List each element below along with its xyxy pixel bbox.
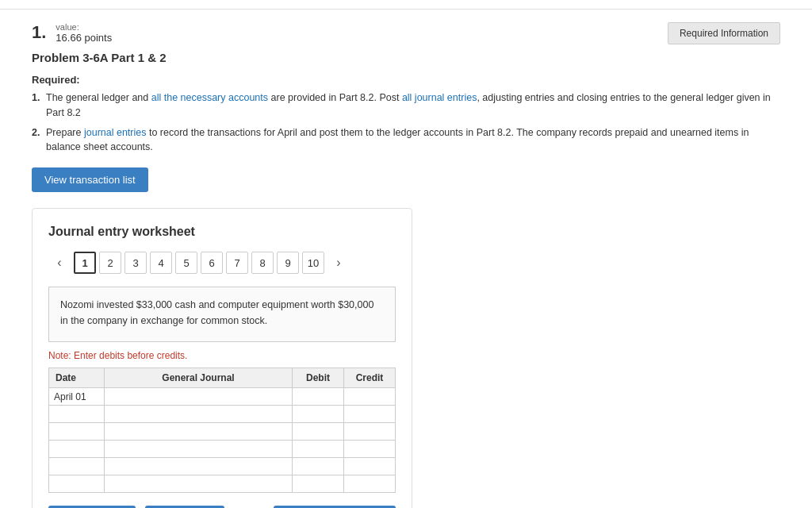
points-value: 16.66 points bbox=[56, 32, 112, 44]
row5-debit-input[interactable] bbox=[296, 460, 340, 473]
question-number: 1. bbox=[32, 22, 46, 43]
row2-debit-cell bbox=[293, 406, 344, 423]
row3-date bbox=[49, 423, 105, 441]
row3-journal-cell bbox=[105, 423, 293, 441]
content-area: Problem 3-6A Part 1 & 2 Required: 1. The… bbox=[0, 51, 812, 508]
row5-date bbox=[49, 458, 105, 475]
row5-journal-cell bbox=[105, 458, 293, 475]
row2-journal-cell bbox=[105, 406, 293, 423]
table-row bbox=[49, 423, 396, 441]
page-btn-3[interactable]: 3 bbox=[124, 252, 147, 274]
row5-debit-cell bbox=[293, 458, 344, 475]
pagination: ‹ 1 2 3 4 5 6 7 8 9 10 › bbox=[48, 252, 396, 274]
journal-table: Date General Journal Debit Credit April … bbox=[48, 368, 396, 493]
table-row bbox=[49, 475, 396, 493]
required-item-1: 1. The general ledger and all the necess… bbox=[32, 90, 780, 121]
page-btn-8[interactable]: 8 bbox=[251, 252, 274, 274]
row1-credit-cell bbox=[344, 388, 396, 406]
question-meta: value: 16.66 points bbox=[56, 22, 112, 44]
top-bar bbox=[0, 0, 812, 10]
row6-date bbox=[49, 475, 105, 493]
worksheet-title: Journal entry worksheet bbox=[48, 225, 396, 239]
row4-credit-cell bbox=[344, 441, 396, 458]
row6-debit-cell bbox=[293, 475, 344, 493]
page-btn-7[interactable]: 7 bbox=[226, 252, 248, 274]
prev-page-button[interactable]: ‹ bbox=[48, 252, 71, 274]
row6-credit-input[interactable] bbox=[347, 478, 392, 491]
col-header-journal: General Journal bbox=[105, 368, 293, 388]
row5-credit-input[interactable] bbox=[347, 460, 392, 473]
req-text-1: The general ledger and all the necessary… bbox=[46, 90, 780, 121]
col-header-credit: Credit bbox=[344, 368, 396, 388]
req-text-2: Prepare journal entries to record the tr… bbox=[46, 125, 780, 156]
table-row: April 01 bbox=[49, 388, 396, 406]
row1-debit-input[interactable] bbox=[296, 391, 340, 403]
transaction-description: Nozomi invested $33,000 cash and compute… bbox=[48, 287, 396, 342]
page-btn-5[interactable]: 5 bbox=[175, 252, 197, 274]
row4-credit-input[interactable] bbox=[347, 443, 392, 456]
page-btn-2[interactable]: 2 bbox=[99, 252, 121, 274]
header-row: 1. value: 16.66 points Required Informat… bbox=[0, 10, 812, 51]
row5-journal-input[interactable] bbox=[108, 460, 289, 473]
page-btn-10[interactable]: 10 bbox=[302, 252, 324, 274]
row6-journal-cell bbox=[105, 475, 293, 493]
row3-journal-input[interactable] bbox=[108, 425, 289, 438]
table-row bbox=[49, 406, 396, 423]
row2-credit-input[interactable] bbox=[347, 408, 392, 421]
next-page-button[interactable]: › bbox=[327, 252, 350, 274]
page-btn-1[interactable]: 1 bbox=[74, 252, 96, 274]
table-row bbox=[49, 441, 396, 458]
req-num-1: 1. bbox=[32, 90, 46, 121]
row1-journal-cell bbox=[105, 388, 293, 406]
value-label: value: bbox=[56, 22, 112, 32]
row6-journal-input[interactable] bbox=[108, 478, 289, 491]
row3-debit-cell bbox=[293, 423, 344, 441]
table-row bbox=[49, 458, 396, 475]
row4-debit-input[interactable] bbox=[296, 443, 340, 456]
row2-date bbox=[49, 406, 105, 423]
note-text: Note: Enter debits before credits. bbox=[48, 350, 396, 361]
row2-debit-input[interactable] bbox=[296, 408, 340, 421]
row2-journal-input[interactable] bbox=[108, 408, 289, 421]
page-container: 1. value: 16.66 points Required Informat… bbox=[0, 0, 812, 508]
page-btn-9[interactable]: 9 bbox=[277, 252, 299, 274]
row1-date: April 01 bbox=[49, 388, 105, 406]
page-btn-4[interactable]: 4 bbox=[150, 252, 172, 274]
col-header-date: Date bbox=[49, 368, 105, 388]
row1-journal-input[interactable] bbox=[108, 391, 289, 403]
row6-credit-cell bbox=[344, 475, 396, 493]
view-transaction-button[interactable]: View transaction list bbox=[32, 167, 148, 192]
row4-journal-cell bbox=[105, 441, 293, 458]
row4-date bbox=[49, 441, 105, 458]
worksheet-card: Journal entry worksheet ‹ 1 2 3 4 5 6 7 … bbox=[32, 208, 412, 508]
row4-journal-input[interactable] bbox=[108, 443, 289, 456]
col-header-debit: Debit bbox=[293, 368, 344, 388]
row3-credit-input[interactable] bbox=[347, 425, 392, 438]
row3-credit-cell bbox=[344, 423, 396, 441]
page-btn-6[interactable]: 6 bbox=[201, 252, 223, 274]
row6-debit-input[interactable] bbox=[296, 478, 340, 491]
required-heading: Required: bbox=[32, 74, 780, 86]
problem-title: Problem 3-6A Part 1 & 2 bbox=[32, 51, 780, 64]
row2-credit-cell bbox=[344, 406, 396, 423]
required-item-2: 2. Prepare journal entries to record the… bbox=[32, 125, 780, 156]
row1-debit-cell bbox=[293, 388, 344, 406]
required-section: Required: 1. The general ledger and all … bbox=[32, 74, 780, 155]
header-left: 1. value: 16.66 points bbox=[32, 22, 112, 44]
row1-credit-input[interactable] bbox=[347, 391, 392, 403]
row4-debit-cell bbox=[293, 441, 344, 458]
req-num-2: 2. bbox=[32, 125, 46, 156]
row5-credit-cell bbox=[344, 458, 396, 475]
required-info-button[interactable]: Required Information bbox=[668, 22, 780, 44]
row3-debit-input[interactable] bbox=[296, 425, 340, 438]
